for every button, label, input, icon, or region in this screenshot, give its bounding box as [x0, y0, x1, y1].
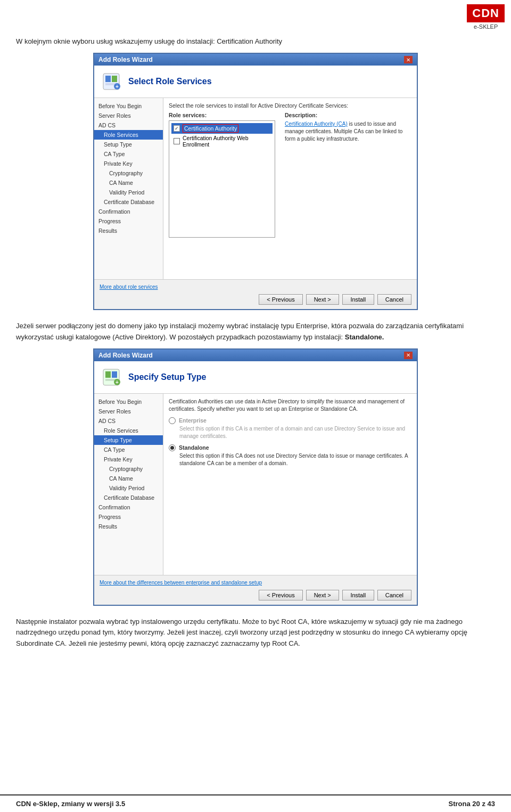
dialog1-title: Add Roles Wizard	[98, 56, 153, 63]
d2-nav-validity-period[interactable]: Validity Period	[94, 483, 163, 493]
d2-nav-before-you-begin[interactable]: Before You Begin	[94, 397, 163, 407]
role-services-col-label: Role services:	[169, 112, 281, 118]
standalone-radio-input[interactable]	[169, 444, 176, 451]
d2-nav-private-key[interactable]: Private Key	[94, 454, 163, 464]
dialog1-buttons: < Previous Next > Install Cancel	[259, 294, 411, 305]
enterprise-radio-label[interactable]: Enterprise	[169, 417, 411, 424]
dialog2-body: Before You Begin Server Roles AD CS Role…	[94, 394, 417, 575]
description-text: Certification Authority (CA) is used to …	[285, 120, 411, 143]
d2-nav-confirmation[interactable]: Confirmation	[94, 502, 163, 512]
svg-text:+: +	[116, 84, 119, 90]
standalone-desc: Select this option if this CA does not u…	[179, 452, 411, 467]
wizard-icon-2: +	[101, 367, 122, 388]
dialog2-previous-button[interactable]: < Previous	[259, 590, 302, 600]
d2-nav-certificate-database[interactable]: Certificate Database	[94, 493, 163, 502]
nav-setup-type[interactable]: Setup Type	[94, 140, 163, 149]
dialog2-next-button[interactable]: Next >	[306, 590, 339, 600]
description-link[interactable]: Certification Authority (CA)	[285, 121, 348, 127]
d2-nav-results[interactable]: Results	[94, 522, 163, 531]
dialog1-nav: Before You Begin Server Roles AD CS Role…	[94, 98, 163, 279]
description-box: Description: Certification Authority (CA…	[285, 112, 411, 238]
nav-ad-cs[interactable]: AD CS	[94, 120, 163, 130]
dialog1-titlebar: Add Roles Wizard ✕	[94, 54, 417, 66]
dialog1-previous-button[interactable]: < Previous	[259, 294, 302, 305]
nav-before-you-begin[interactable]: Before You Begin	[94, 101, 163, 111]
nav-confirmation[interactable]: Confirmation	[94, 207, 163, 216]
nav-cryptography[interactable]: Cryptography	[94, 168, 163, 178]
dialog1-next-button[interactable]: Next >	[306, 294, 339, 305]
standalone-radio-label[interactable]: Standalone	[169, 444, 411, 451]
logo-sub: e-SKLEP	[474, 23, 498, 30]
role-services-list: ✓ Certification Authority Certification …	[169, 120, 275, 238]
d2-nav-ca-name[interactable]: CA Name	[94, 474, 163, 483]
dialog1-footer: More about role services < Previous Next…	[94, 279, 417, 309]
service-item-web-enrollment[interactable]: Certification Authority Web Enrollment	[171, 134, 273, 149]
dialog1-install-button[interactable]: Install	[342, 294, 374, 305]
nav-ca-type[interactable]: CA Type	[94, 149, 163, 159]
wizard-icon: +	[101, 71, 122, 92]
dialog2-buttons: < Previous Next > Install Cancel	[259, 590, 411, 600]
dialog2-footer: More about the differences between enter…	[94, 575, 417, 605]
nav-ca-name[interactable]: CA Name	[94, 178, 163, 188]
d2-nav-cryptography[interactable]: Cryptography	[94, 464, 163, 474]
dialog1-header-title: Select Role Services	[128, 77, 212, 86]
enterprise-desc: Select this option if this CA is a membe…	[179, 425, 411, 440]
standalone-label: Standalone	[179, 444, 209, 451]
dialog1-main: Select the role services to install for …	[163, 98, 417, 279]
dialog2-header-title: Specify Setup Type	[128, 372, 206, 382]
nav-validity-period[interactable]: Validity Period	[94, 188, 163, 197]
nav-progress[interactable]: Progress	[94, 216, 163, 226]
nav-server-roles[interactable]: Server Roles	[94, 111, 163, 120]
intro-text: W kolejnym oknie wyboru usług wskazujemy…	[16, 37, 495, 45]
d2-nav-ad-cs[interactable]: AD CS	[94, 416, 163, 426]
d2-nav-ca-type[interactable]: CA Type	[94, 445, 163, 454]
svg-rect-7	[105, 371, 111, 378]
dialog1-footer-link[interactable]: More about role services	[100, 284, 158, 290]
dialog2-titlebar: Add Roles Wizard ✕	[94, 350, 417, 361]
d2-nav-server-roles[interactable]: Server Roles	[94, 407, 163, 416]
standalone-option[interactable]: Standalone Select this option if this CA…	[169, 444, 411, 467]
d2-nav-role-services[interactable]: Role Services	[94, 426, 163, 435]
role-services-columns: Role services: ✓ Certification Authority…	[169, 112, 411, 238]
d2-nav-progress[interactable]: Progress	[94, 512, 163, 522]
paragraph1-text: Jeżeli serwer podłączony jest do domeny …	[16, 322, 464, 341]
nav-private-key[interactable]: Private Key	[94, 159, 163, 168]
dialog2-cancel-button[interactable]: Cancel	[377, 590, 411, 600]
dialog2-header: + Specify Setup Type	[94, 361, 417, 394]
paragraph1-strong: Standalone.	[345, 333, 384, 341]
svg-rect-8	[112, 371, 117, 378]
dialog1-main-label: Select the role services to install for …	[169, 102, 411, 109]
nav-results[interactable]: Results	[94, 226, 163, 236]
dialog1-body: Before You Begin Server Roles AD CS Role…	[94, 98, 417, 279]
svg-text:+: +	[116, 379, 119, 385]
description-col-label: Description:	[285, 112, 411, 118]
cert-auth-checkbox[interactable]: ✓	[174, 125, 180, 132]
nav-role-services[interactable]: Role Services	[94, 130, 163, 140]
dialog2-footer-link[interactable]: More about the differences between enter…	[100, 580, 262, 586]
footer-left: CDN e-Sklep, zmiany w wersji 3.5	[16, 800, 125, 808]
logo-area: CDN e-SKLEP	[467, 4, 505, 30]
web-enrollment-checkbox[interactable]	[174, 138, 180, 144]
web-enrollment-label: Certification Authority Web Enrollment	[183, 135, 270, 148]
dialog2-main-desc: Certification Authorities can use data i…	[169, 398, 411, 413]
dialog2-close-button[interactable]: ✕	[404, 352, 413, 359]
dialog1: Add Roles Wizard ✕ + Select Role Service…	[93, 53, 418, 310]
dialog2-nav: Before You Begin Server Roles AD CS Role…	[94, 394, 163, 575]
dialog2-install-button[interactable]: Install	[342, 590, 374, 600]
dialog1-close-button[interactable]: ✕	[404, 56, 413, 63]
d2-nav-setup-type[interactable]: Setup Type	[94, 435, 163, 445]
nav-certificate-database[interactable]: Certificate Database	[94, 197, 163, 207]
dialog1-header: + Select Role Services	[94, 66, 417, 98]
paragraph2: Następnie instalator pozwala wybrać typ …	[16, 616, 495, 649]
dialog2-main: Certification Authorities can use data i…	[163, 394, 417, 575]
dialog2: Add Roles Wizard ✕ + Specify Setup Type …	[93, 348, 418, 606]
svg-rect-1	[105, 76, 111, 82]
cert-auth-label: Certification Authority	[183, 124, 238, 133]
dialog2-title: Add Roles Wizard	[98, 352, 153, 359]
enterprise-option[interactable]: Enterprise Select this option if this CA…	[169, 417, 411, 440]
enterprise-radio-input[interactable]	[169, 417, 176, 424]
enterprise-label: Enterprise	[179, 417, 207, 424]
footer-right: Strona 20 z 43	[449, 800, 495, 808]
service-item-cert-auth[interactable]: ✓ Certification Authority	[171, 123, 273, 134]
dialog1-cancel-button[interactable]: Cancel	[377, 294, 411, 305]
